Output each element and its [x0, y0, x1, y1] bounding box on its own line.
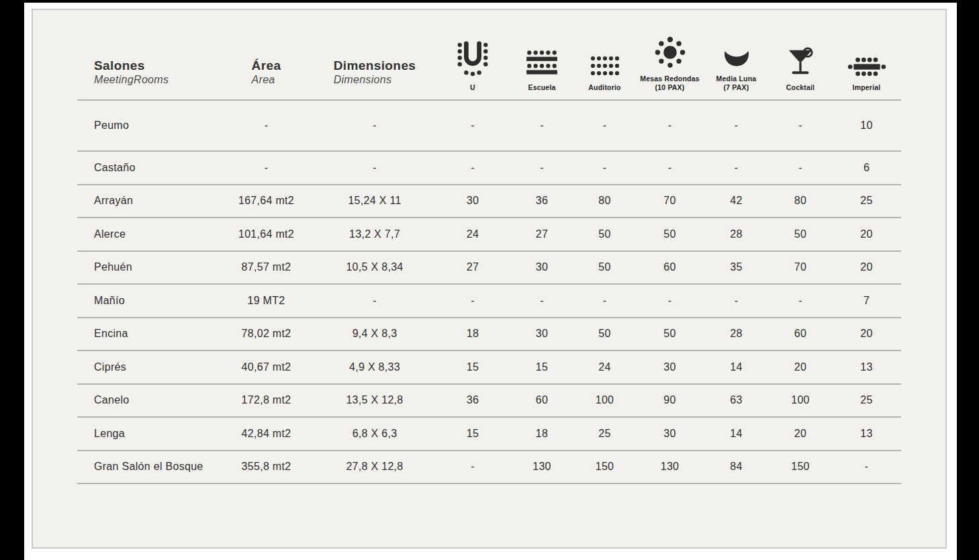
- table-body: Peumo--------10Castaño--------6Arrayán16…: [77, 101, 901, 484]
- table-row: Gran Salón el Bosque355,8 mt227,8 X 12,8…: [77, 451, 901, 485]
- area-cell: -: [218, 120, 314, 132]
- header-salones: Salones MeetingRooms: [77, 10, 218, 99]
- table-header: Salones MeetingRooms Área Area Dimension…: [77, 10, 901, 101]
- capacity-cell: 20: [769, 361, 832, 373]
- capacity-cell: 50: [636, 228, 704, 240]
- area-subtitle: Area: [252, 73, 281, 87]
- capacity-cell: 130: [636, 461, 704, 473]
- capacity-cell: 60: [769, 328, 832, 340]
- dimensions-cell: 27,8 X 12,8: [314, 461, 435, 473]
- capacity-cell: -: [636, 120, 704, 132]
- theater-seating-icon: [590, 55, 620, 77]
- room-name-cell: Gran Salón el Bosque: [77, 461, 218, 473]
- dimensiones-title: Dimensiones: [334, 58, 416, 73]
- crescent-icon: [721, 46, 752, 68]
- room-name-cell: Peumo: [77, 120, 218, 132]
- capacity-cell: 60: [510, 394, 573, 406]
- capacity-cell: 24: [573, 361, 636, 373]
- capacity-cell: 20: [769, 428, 832, 440]
- capacity-cell: -: [573, 120, 636, 132]
- capacity-cell: 18: [510, 428, 573, 440]
- capacity-cell: 30: [510, 261, 573, 273]
- capacity-cell: 80: [573, 195, 636, 207]
- capacity-cell: 130: [510, 461, 573, 473]
- table-row: Pehuén87,57 mt210,5 X 8,3427305060357020: [77, 252, 901, 285]
- room-name-cell: Alerce: [77, 228, 218, 240]
- capacity-cell: -: [636, 295, 704, 307]
- capacity-cell: 15: [435, 361, 510, 373]
- capacity-cell: 30: [510, 328, 573, 340]
- dimensions-cell: 4,9 X 8,33: [314, 361, 435, 373]
- capacity-column-label: Media Luna (7 PAX): [716, 75, 757, 93]
- capacity-cell: 50: [573, 228, 636, 240]
- table-row: Encina78,02 mt29,4 X 8,318305050286020: [77, 318, 901, 352]
- dimensions-cell: 15,24 X 11: [314, 195, 435, 207]
- frame-left: [0, 0, 24, 560]
- capacity-column-header: Mesas Redondas (10 PAX): [636, 10, 704, 99]
- table-row: Lenga42,84 mt26,8 X 6,315182530142013: [77, 418, 901, 451]
- capacity-cell: -: [704, 120, 769, 132]
- meeting-rooms-capacity-card: Salones MeetingRooms Área Area Dimension…: [32, 9, 947, 549]
- capacity-cell: 50: [573, 261, 636, 273]
- capacity-cell: 27: [510, 228, 573, 240]
- table-row: Ciprés40,67 mt24,9 X 8,3315152430142013: [77, 351, 901, 385]
- capacity-column-header: U: [435, 10, 510, 99]
- capacity-column-label: Escuela: [528, 83, 555, 93]
- table-row: Canelo172,8 mt213,5 X 12,836601009063100…: [77, 385, 901, 418]
- capacity-cell: 63: [704, 394, 769, 406]
- capacity-cell: 100: [573, 394, 636, 406]
- capacity-cell: 20: [832, 228, 901, 240]
- banquet-table-icon: [847, 56, 886, 77]
- capacity-cell: -: [704, 295, 769, 307]
- header-dimensiones: Dimensiones Dimensions: [314, 10, 435, 99]
- capacity-column-label: Cocktail: [786, 83, 814, 93]
- u-layout-icon: [456, 40, 490, 77]
- frame-top: [24, 0, 957, 3]
- room-name-cell: Canelo: [77, 394, 218, 406]
- capacity-cell: 10: [832, 120, 901, 132]
- capacity-cell: 50: [769, 228, 832, 240]
- capacity-cell: 25: [832, 195, 901, 207]
- cocktail-glass-icon: [786, 46, 814, 77]
- capacity-cell: 15: [435, 428, 510, 440]
- capacity-column-label: Mesas Redondas (10 PAX): [640, 75, 700, 93]
- capacity-cell: 13: [832, 361, 901, 373]
- capacity-cell: 18: [435, 328, 510, 340]
- capacity-cell: 80: [769, 195, 832, 207]
- capacity-cell: 60: [636, 261, 704, 273]
- round-tables-icon: [654, 36, 686, 68]
- area-cell: 42,84 mt2: [218, 428, 314, 440]
- capacity-table: Salones MeetingRooms Área Area Dimension…: [77, 10, 901, 484]
- capacity-cell: 28: [704, 228, 769, 240]
- capacity-cell: -: [573, 295, 636, 307]
- capacity-cell: -: [435, 295, 510, 307]
- capacity-cell: 25: [573, 428, 636, 440]
- capacity-cell: 90: [636, 394, 704, 406]
- capacity-cell: 150: [769, 461, 832, 473]
- capacity-cell: 30: [636, 428, 704, 440]
- dimensions-cell: -: [314, 120, 435, 132]
- capacity-cell: 14: [704, 361, 769, 373]
- capacity-cell: -: [435, 120, 510, 132]
- capacity-cell: 25: [832, 394, 901, 406]
- area-cell: 167,64 mt2: [218, 195, 314, 207]
- room-name-cell: Pehuén: [77, 261, 218, 273]
- capacity-cell: -: [435, 162, 510, 174]
- room-name-cell: Encina: [77, 328, 218, 340]
- dimensions-cell: 13,5 X 12,8: [314, 394, 435, 406]
- capacity-cell: 35: [704, 261, 769, 273]
- frame-right: [957, 0, 979, 560]
- capacity-cell: 24: [435, 228, 510, 240]
- capacity-column-header: Escuela: [510, 10, 573, 99]
- capacity-cell: 30: [636, 361, 704, 373]
- capacity-cell: -: [769, 162, 832, 174]
- capacity-cell: -: [636, 162, 704, 174]
- capacity-cell: -: [832, 461, 901, 473]
- capacity-cell: -: [435, 461, 510, 473]
- dimensions-cell: 9,4 X 8,3: [314, 328, 435, 340]
- capacity-cell: 6: [832, 162, 901, 174]
- capacity-cell: -: [510, 120, 573, 132]
- salones-subtitle: MeetingRooms: [94, 73, 169, 87]
- capacity-cell: -: [704, 162, 769, 174]
- classroom-icon: [524, 49, 559, 77]
